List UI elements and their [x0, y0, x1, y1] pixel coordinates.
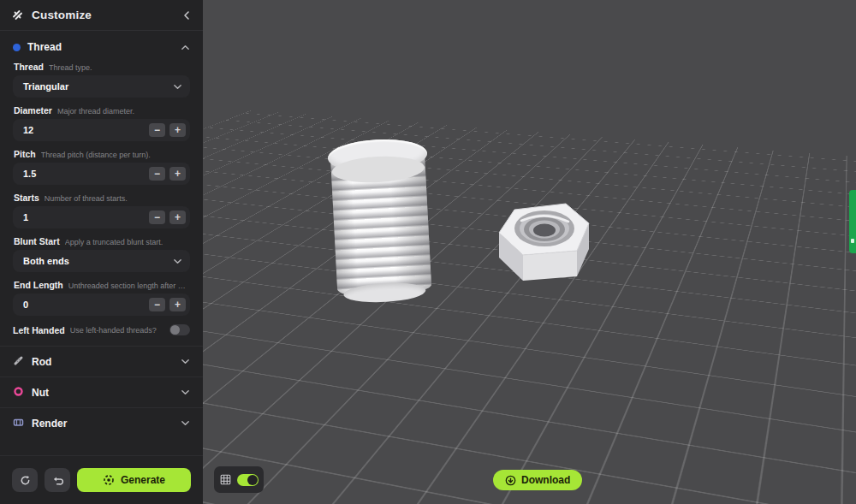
selected-value: Both ends [23, 256, 173, 266]
collapse-sidebar-button[interactable] [181, 10, 192, 21]
field-label: Diameter [14, 105, 52, 116]
field-hint: Apply a truncated blunt start. [65, 238, 163, 246]
blunt-start-select[interactable]: Both ends [13, 250, 190, 272]
starts-decrement-button[interactable]: − [149, 210, 165, 224]
field-value: 12 [23, 125, 145, 135]
threaded-rod-model [327, 137, 435, 305]
field-hint: Thread type. [49, 63, 92, 72]
chevron-down-icon [173, 82, 182, 92]
section-render-header[interactable]: Render [0, 407, 203, 438]
thread-type-select[interactable]: Triangular [13, 75, 190, 98]
field-value: 1 [23, 212, 145, 222]
field-value: 0 [23, 299, 145, 310]
render-icon [13, 416, 24, 431]
download-icon [505, 475, 516, 486]
rod-icon [13, 354, 24, 370]
thread-section-icon [13, 44, 21, 51]
field-label: Starts [14, 193, 39, 203]
diameter-input[interactable]: 12 − + [13, 119, 190, 141]
end-length-decrement-button[interactable]: − [149, 298, 165, 311]
end-length-input[interactable]: 0 − + [13, 294, 190, 316]
field-label: End Length [14, 280, 63, 290]
section-thread-header[interactable]: Thread [0, 31, 203, 58]
field-diameter: Diameter Major thread diameter. 12 − + [13, 105, 190, 141]
grid-visibility-toggle[interactable] [237, 474, 259, 486]
chevron-down-icon [181, 388, 190, 397]
field-thread-type: Thread Thread type. Triangular [13, 62, 190, 98]
reset-button[interactable] [12, 468, 38, 492]
feedback-tab[interactable] [849, 190, 856, 253]
field-end-length: End Length Unthreaded section length aft… [13, 280, 190, 316]
sidebar-footer: Generate [0, 455, 203, 504]
section-nut-header[interactable]: Nut [0, 377, 203, 407]
chevron-down-icon [181, 357, 190, 366]
field-label: Left Handed [13, 325, 65, 335]
nut-section-label: Nut [32, 387, 173, 399]
field-hint: Use left-handed threads? [70, 326, 164, 335]
chevron-down-icon [181, 418, 190, 428]
sidebar-header: Customize [0, 0, 203, 31]
generate-button[interactable]: Generate [77, 468, 191, 492]
sidebar-title: Customize [32, 9, 181, 21]
field-starts: Starts Number of thread starts. 1 − + [13, 193, 190, 228]
customize-sidebar: Customize Thread Thread Thread type. [0, 0, 203, 504]
pitch-input[interactable]: 1.5 − + [13, 163, 190, 185]
download-button[interactable]: Download [493, 470, 582, 490]
chevron-up-icon [181, 43, 190, 52]
viewport-3d[interactable]: Download [203, 0, 856, 504]
chevron-down-icon [173, 257, 182, 266]
diameter-increment-button[interactable]: + [169, 123, 186, 137]
pitch-decrement-button[interactable]: − [149, 167, 165, 181]
toggle-knob [170, 325, 180, 335]
nut-icon [13, 385, 24, 400]
grid-icon [220, 474, 231, 485]
sidebar-body: Thread Thread Thread type. Triangular [0, 31, 203, 455]
diameter-decrement-button[interactable]: − [149, 123, 165, 137]
field-hint: Major thread diameter. [57, 107, 134, 116]
end-length-increment-button[interactable]: + [169, 298, 186, 311]
starts-increment-button[interactable]: + [169, 210, 186, 224]
generate-icon [103, 474, 115, 486]
field-label: Pitch [14, 149, 36, 159]
app-window: Customize Thread Thread Thread type. [0, 0, 856, 504]
thread-section-label: Thread [27, 41, 181, 53]
grid-floor [203, 0, 856, 504]
field-label: Blunt Start [14, 236, 60, 246]
field-hint: Unthreaded section length after blunt st… [68, 282, 189, 290]
field-pitch: Pitch Thread pitch (distance per turn). … [13, 149, 190, 185]
toggle-knob [247, 475, 258, 485]
field-label: Thread [14, 62, 44, 72]
field-hint: Number of thread starts. [45, 194, 128, 203]
tune-icon [11, 9, 24, 21]
download-label: Download [521, 474, 570, 486]
rod-section-label: Rod [32, 356, 173, 368]
pitch-increment-button[interactable]: + [169, 167, 186, 181]
selected-value: Triangular [23, 81, 173, 92]
field-blunt-start: Blunt Start Apply a truncated blunt star… [13, 236, 190, 272]
grid-toggle-panel [214, 466, 264, 493]
field-hint: Thread pitch (distance per turn). [41, 151, 151, 159]
left-handed-toggle[interactable] [169, 324, 190, 335]
field-left-handed: Left Handed Use left-handed threads? [13, 324, 190, 335]
starts-input[interactable]: 1 − + [13, 206, 190, 228]
section-rod-header[interactable]: Rod [0, 346, 203, 377]
field-value: 1.5 [23, 169, 145, 179]
generate-label: Generate [121, 474, 165, 486]
undo-button[interactable] [45, 468, 70, 492]
render-section-label: Render [32, 418, 173, 430]
